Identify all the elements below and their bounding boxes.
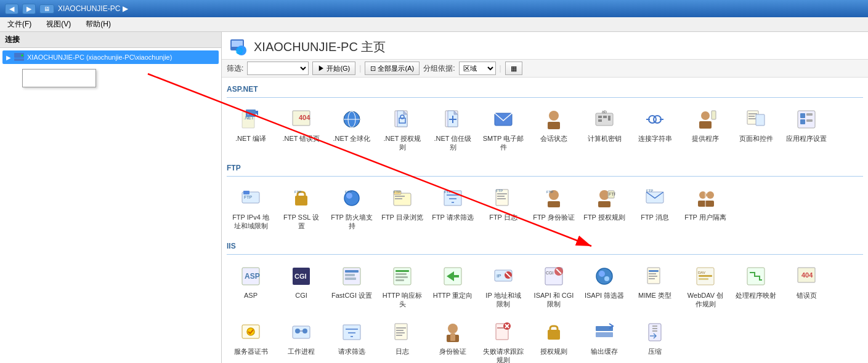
icon-ftp-firewall[interactable]: FTP FTP 防火墙支持: [328, 182, 376, 235]
icon-asp[interactable]: ASP ASP: [227, 260, 275, 313]
icon-label: FTP 请求筛选: [432, 213, 474, 221]
icon-ftp-msg[interactable]: FTP FTP 消息: [631, 182, 679, 235]
icon-label: HTTP 重定向: [433, 291, 473, 300]
icon-compress[interactable]: 压缩: [631, 316, 679, 363]
svg-rect-118: [699, 275, 712, 277]
icon-label: ASP: [244, 291, 258, 300]
icon-webdav[interactable]: DAV WebDAV 创作规则: [681, 260, 729, 313]
svg-rect-92: [345, 274, 355, 276]
icon-providers[interactable]: 提供程序: [681, 103, 729, 156]
icon-label: FTP 身份验证: [533, 213, 575, 221]
icon-server-cert[interactable]: 服务器证书: [227, 316, 275, 363]
icon-label: FTP 消息: [641, 213, 669, 221]
filter-label: 筛选:: [227, 63, 243, 74]
icon-app-settings[interactable]: 应用程序设置: [782, 103, 830, 156]
svg-rect-59: [395, 196, 405, 197]
icon-pages-controls[interactable]: 页面和控件: [732, 103, 780, 156]
icon-machine-key[interactable]: ab 计算机密钥: [580, 103, 628, 156]
svg-text:ASP: ASP: [245, 272, 260, 281]
icon-session[interactable]: 会话状态: [530, 103, 578, 156]
svg-rect-136: [396, 332, 405, 333]
svg-rect-27: [598, 119, 602, 122]
icon-ip-domain[interactable]: IP IP 地址和域限制: [479, 260, 527, 313]
section-aspnet-label: ASP.NET: [227, 82, 863, 98]
svg-rect-96: [395, 273, 407, 275]
svg-text:🌐: 🌐: [235, 47, 243, 55]
back-button[interactable]: ◀: [5, 4, 18, 14]
start-button[interactable]: ▶ 开始(G): [312, 62, 355, 75]
icon-ftp-user-iso[interactable]: FTP 用户隔离: [681, 182, 729, 235]
icon-dotnet-global[interactable]: .NET 全球化: [328, 103, 376, 156]
svg-rect-112: [649, 270, 659, 272]
svg-rect-60: [395, 198, 402, 199]
icon-http-redirect[interactable]: HTTP 重定向: [429, 260, 477, 313]
icon-dotnet-auth[interactable]: .NET 授权规则: [378, 103, 426, 156]
icon-ftp-auth-rules[interactable]: FTP FTP 授权规则: [580, 182, 628, 235]
icon-request-filter[interactable]: 请求筛选: [328, 316, 376, 363]
icon-ftp-dir[interactable]: FTP FTP 目录浏览: [378, 182, 426, 235]
icon-dotnet-compile[interactable]: .NET↓ .NET 编译: [227, 103, 275, 156]
icon-ftp-ipv4[interactable]: FTP FTP IPv4 地址和域限制: [227, 182, 275, 235]
icon-label: CGI: [295, 291, 307, 300]
icon-failed-request[interactable]: 失败请求跟踪规则: [479, 316, 527, 363]
svg-text:FTP: FTP: [496, 189, 503, 193]
icon-dotnet-error[interactable]: 404 .NET 错误页: [277, 103, 325, 156]
icon-auth[interactable]: 身份验证: [429, 316, 477, 363]
svg-rect-73: [548, 201, 560, 207]
icon-ftp-ssl[interactable]: FTP FTP SSL 设置: [277, 182, 325, 235]
svg-text:FTP: FTP: [345, 190, 352, 194]
breadcrumb: XIAOCHUNJIE-PC ▶: [58, 4, 128, 13]
icon-dotnet-trust[interactable]: .NET 信任级别: [429, 103, 477, 156]
icon-label: 处理程序映射: [736, 291, 776, 300]
svg-text:FTP: FTP: [609, 192, 615, 196]
svg-rect-36: [699, 121, 712, 129]
svg-rect-39: [748, 113, 757, 114]
icon-smtp[interactable]: SMTP 电子邮件: [479, 103, 527, 156]
icon-ftp-request[interactable]: FTP FTP 请求筛选: [429, 182, 477, 235]
icon-label: 压缩: [648, 347, 662, 356]
icon-logging[interactable]: 日志: [378, 316, 426, 363]
content-header: 🌐 XIAOCHUNJIE-PC 主页: [222, 32, 868, 60]
svg-rect-146: [548, 330, 560, 340]
icon-label: 失败请求跟踪规则: [482, 347, 524, 363]
icon-label: FTP SSL 设置: [280, 213, 322, 231]
menu-bar: 文件(F) 视图(V) 帮助(H): [0, 17, 868, 32]
svg-rect-47: [806, 119, 813, 122]
icon-error-pages[interactable]: 404 错误页: [782, 260, 830, 313]
icon-http-headers[interactable]: HTTP 响应标头: [378, 260, 426, 313]
svg-text:404: 404: [299, 114, 310, 121]
show-all-button[interactable]: ⊡ 全部显示(A): [365, 62, 420, 75]
forward-button[interactable]: ▶: [22, 4, 36, 14]
toolbar: 筛选: ▶ 开始(G) | ⊡ 全部显示(A) 分组依据: 区域 | ▦: [222, 60, 868, 78]
svg-rect-41: [748, 118, 756, 119]
menu-view[interactable]: 视图(V): [44, 18, 73, 31]
svg-rect-24: [548, 122, 560, 129]
icon-ftp-auth[interactable]: FTP FTP 身份验证: [530, 182, 578, 235]
svg-text:IP: IP: [497, 273, 501, 279]
icon-ftp-log[interactable]: FTP FTP 日志: [479, 182, 527, 235]
icon-output-cache[interactable]: 输出缓存: [580, 316, 628, 363]
menu-file[interactable]: 文件(F): [5, 18, 34, 31]
menu-help[interactable]: 帮助(H): [83, 18, 113, 31]
svg-rect-26: [598, 116, 602, 118]
svg-text:FTP: FTP: [444, 190, 451, 194]
icon-conn-strings[interactable]: 连接字符串: [631, 103, 679, 156]
icon-isapi-cgi[interactable]: CGI ISAPI 和 CGI 限制: [530, 260, 578, 313]
group-select[interactable]: 区域: [459, 62, 496, 75]
view-button[interactable]: ▦: [505, 62, 522, 75]
icon-fastcgi[interactable]: FastCGI 设置: [328, 260, 376, 313]
icon-handler-mappings[interactable]: 处理程序映射: [732, 260, 780, 313]
icon-isapi-filter[interactable]: ISAPI 筛选器: [580, 260, 628, 313]
icon-auth-rules[interactable]: 授权规则: [530, 316, 578, 363]
icon-cgi[interactable]: CGI CGI: [277, 260, 325, 313]
expand-arrow[interactable]: ▶: [6, 54, 11, 61]
svg-text:FTP: FTP: [244, 195, 253, 199]
icon-mime-types[interactable]: MIME 类型: [631, 260, 679, 313]
svg-rect-113: [649, 273, 656, 274]
icon-label: SMTP 电子邮件: [482, 134, 524, 152]
content-area: 🌐 XIAOCHUNJIE-PC 主页 筛选: ▶ 开始(G) | ⊡ 全部显示…: [222, 32, 868, 363]
icon-worker-process[interactable]: 工作进程: [277, 316, 325, 363]
svg-point-4: [22, 55, 23, 57]
sidebar-item-server[interactable]: ▶ XIAOCHUNJIE-PC (xiaochunjie-PC\xiaochu…: [2, 50, 219, 64]
filter-select[interactable]: [247, 62, 309, 75]
